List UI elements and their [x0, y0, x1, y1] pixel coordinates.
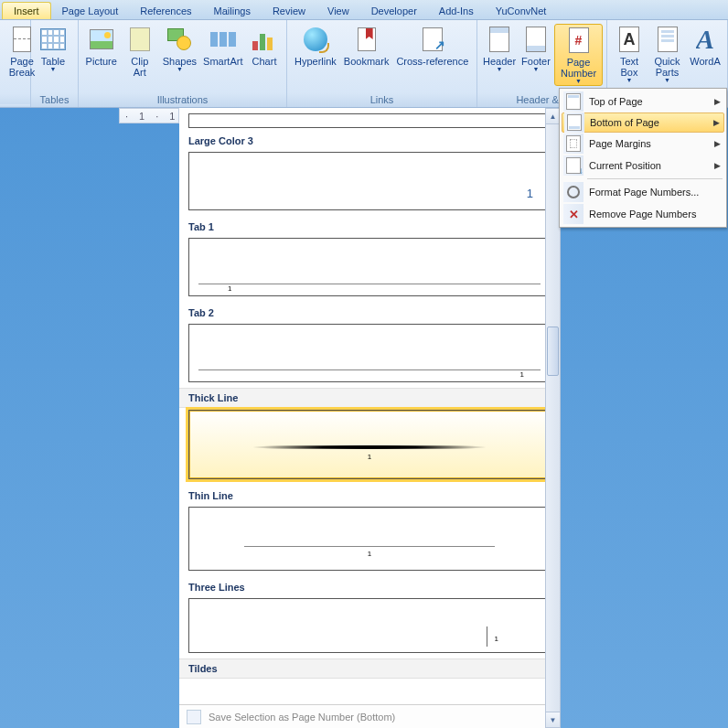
header-icon — [489, 27, 509, 52]
ribbon-tabbar: Insert Page Layout References Mailings R… — [0, 0, 728, 20]
submenu-arrow-icon: ▶ — [713, 118, 720, 127]
chart-button[interactable]: Chart — [246, 24, 283, 68]
table-icon — [40, 28, 66, 50]
dropdown-caret-icon: ▼ — [664, 77, 670, 83]
remove-icon: ✕ — [563, 204, 583, 224]
table-button[interactable]: Table ▼ — [35, 24, 71, 73]
doc-current-icon — [563, 155, 583, 176]
menu-top-of-page[interactable]: Top of Page ▶ — [562, 91, 724, 112]
smartart-label: SmartArt — [203, 56, 242, 67]
header-button[interactable]: Header▼ — [481, 24, 518, 73]
clip-art-button[interactable]: Clip Art — [120, 24, 159, 79]
group-title-illustrations: Illustrations — [79, 93, 286, 107]
gallery-item-thick-line[interactable]: 1 — [188, 410, 551, 479]
scroll-up-button[interactable]: ▲ — [546, 109, 560, 124]
hyperlink-button[interactable]: Hyperlink — [291, 24, 340, 68]
doc-margin-icon — [563, 134, 583, 154]
page-number-gallery: Large Color 3 1 Tab 1 1 Tab 2 1 Thick Li… — [179, 108, 560, 728]
preview-page-number: 1 — [368, 550, 371, 558]
submenu-arrow-icon: ▶ — [714, 161, 721, 170]
tab-addins[interactable]: Add-Ins — [428, 3, 485, 19]
picture-label: Picture — [86, 56, 117, 67]
quick-parts-label: Quick Parts — [651, 56, 683, 78]
footer-icon — [526, 27, 546, 52]
group-title-links: Links — [287, 93, 476, 107]
shapes-button[interactable]: Shapes▼ — [159, 24, 199, 73]
group-title-0 — [0, 104, 30, 107]
wordart-label: WordA — [690, 56, 720, 67]
dropdown-caret-icon: ▼ — [177, 66, 183, 72]
chart-label: Chart — [252, 56, 277, 67]
menu-label: Format Page Numbers... — [589, 187, 721, 198]
page-number-button[interactable]: Page Number▼ — [554, 24, 603, 86]
dropdown-caret-icon: ▼ — [575, 78, 582, 84]
gallery-item-thin-line[interactable]: 1 — [188, 507, 551, 571]
picture-button[interactable]: Picture — [82, 24, 120, 68]
gallery-item-three-lines[interactable]: 1 — [188, 598, 551, 653]
cross-reference-icon — [423, 27, 443, 51]
menu-label: Bottom of Page — [590, 117, 713, 128]
preview-page-number: 1 — [495, 635, 498, 643]
footer-button[interactable]: Footer▼ — [518, 24, 554, 73]
tab-insert[interactable]: Insert — [2, 2, 51, 19]
shapes-icon — [167, 28, 191, 50]
gallery-heading-tildes: Tildes — [179, 658, 560, 679]
submenu-arrow-icon: ▶ — [714, 139, 721, 148]
menu-bottom-of-page[interactable]: Bottom of Page ▶ — [562, 112, 724, 133]
menu-label: Current Position — [589, 160, 714, 171]
gallery-item-large-color-3[interactable]: 1 — [188, 152, 551, 210]
menu-current-position[interactable]: Current Position ▶ — [562, 155, 724, 177]
menu-format-page-numbers[interactable]: Format Page Numbers... — [562, 181, 724, 203]
save-selection-icon — [187, 710, 201, 724]
cross-reference-button[interactable]: Cross-reference — [392, 24, 472, 68]
ruler-number: 1 — [169, 111, 175, 122]
tab-review[interactable]: Review — [262, 3, 316, 19]
group-title-tables: Tables — [31, 93, 78, 107]
page-number-label: Page Number — [559, 57, 598, 79]
preview-page-number: 1 — [527, 187, 533, 200]
tab-view[interactable]: View — [316, 3, 360, 19]
wordart-button[interactable]: AWordA — [687, 24, 723, 68]
preview-page-number: 1 — [228, 284, 231, 293]
quick-parts-button[interactable]: Quick Parts▼ — [648, 24, 687, 84]
gallery-item-tab-1[interactable]: 1 — [188, 238, 551, 296]
text-box-icon — [619, 27, 639, 52]
gallery-item-tab-2[interactable]: 1 — [188, 324, 551, 382]
dropdown-caret-icon: ▼ — [626, 77, 633, 83]
smartart-button[interactable]: SmartArt — [200, 24, 246, 68]
menu-page-margins[interactable]: Page Margins ▶ — [562, 133, 724, 155]
horizontal-ruler[interactable]: · 1 · 1 — [119, 108, 179, 123]
tab-page-layout[interactable]: Page Layout — [51, 3, 130, 19]
scroll-thumb[interactable] — [547, 327, 559, 376]
page-number-menu: Top of Page ▶ Bottom of Page ▶ Page Marg… — [559, 88, 727, 228]
gallery-item-prev-top[interactable] — [188, 113, 551, 128]
save-selection-label[interactable]: Save Selection as Page Number (Bottom) — [209, 712, 395, 723]
menu-label: Top of Page — [589, 96, 714, 107]
menu-label: Remove Page Numbers — [589, 209, 721, 219]
bookmark-button[interactable]: Bookmark — [340, 24, 393, 68]
page-number-icon — [569, 27, 589, 53]
preview-page-number: 1 — [368, 453, 371, 461]
chart-icon — [252, 28, 276, 50]
tab-yuconvnet[interactable]: YuConvNet — [485, 3, 558, 19]
menu-label: Page Margins — [589, 138, 714, 149]
scroll-down-button[interactable]: ▼ — [546, 712, 560, 727]
tab-mailings[interactable]: Mailings — [203, 3, 262, 19]
format-icon — [563, 182, 583, 202]
hyperlink-label: Hyperlink — [294, 56, 337, 67]
menu-separator — [587, 178, 723, 179]
ruler-mark: · — [155, 111, 158, 122]
doc-bottom-icon — [564, 112, 584, 133]
tab-developer[interactable]: Developer — [360, 3, 428, 19]
wordart-icon: A — [696, 24, 714, 55]
page-break-icon — [13, 27, 31, 52]
ruler-mark: · — [125, 111, 128, 122]
bookmark-label: Bookmark — [344, 56, 390, 67]
dropdown-caret-icon: ▼ — [497, 66, 503, 72]
text-box-button[interactable]: Text Box▼ — [611, 24, 648, 84]
dropdown-caret-icon: ▼ — [50, 66, 57, 72]
clip-art-label: Clip Art — [123, 56, 155, 78]
gallery-heading-tab-1: Tab 1 — [179, 216, 560, 236]
tab-references[interactable]: References — [129, 3, 202, 19]
menu-remove-page-numbers[interactable]: ✕ Remove Page Numbers — [562, 203, 724, 225]
